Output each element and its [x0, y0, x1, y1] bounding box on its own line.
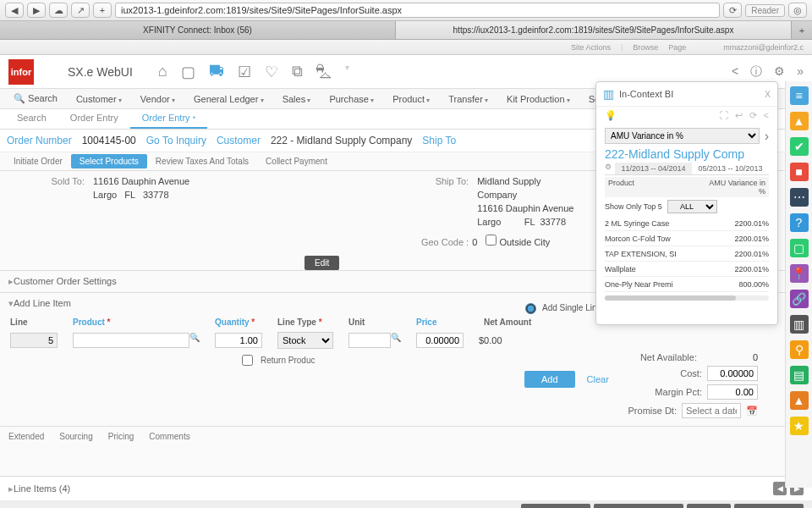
bi-all-select[interactable]: ALL	[667, 200, 717, 213]
collapse-icon[interactable]: »	[797, 64, 804, 80]
move-button[interactable]: Move ▾	[687, 504, 731, 508]
step-review-taxes[interactable]: Review Taxes And Totals	[147, 154, 257, 168]
browser-tab-0[interactable]: XFINITY Connect: Inbox (56)	[0, 21, 396, 39]
sp-page[interactable]: Page	[668, 43, 686, 52]
sp-browse[interactable]: Browse	[633, 43, 658, 52]
bi-back-icon[interactable]: ↩	[735, 110, 743, 121]
bi-period-gear-icon[interactable]: ⚙	[605, 163, 615, 174]
bi-refresh-icon[interactable]: ⟳	[749, 110, 757, 121]
heart-icon[interactable]: ♡	[265, 63, 278, 81]
product-input[interactable]	[73, 333, 189, 348]
browser-tab-1[interactable]: https://iux2013-1.gdeinfor2.com:1819/sit…	[396, 21, 792, 39]
line-items-toggle[interactable]: Line Items (4)	[8, 483, 70, 494]
chart-icon[interactable]: ⧉	[292, 63, 303, 81]
nav-purchase[interactable]: Purchase	[321, 91, 382, 108]
goto-inquiry-link[interactable]: Go To Inquiry	[146, 135, 206, 146]
rail-icon-11[interactable]: ▤	[790, 366, 809, 384]
gear-icon[interactable]: ⚙	[774, 64, 785, 80]
menu-button[interactable]: ◎	[788, 3, 807, 18]
tab-extended[interactable]: Extended	[8, 432, 44, 441]
nav-vendor[interactable]: Vendor	[132, 91, 184, 108]
unit-input[interactable]	[348, 333, 391, 348]
subtab-oe-2[interactable]: Order Entry *	[130, 108, 207, 129]
margin-input[interactable]	[707, 384, 758, 400]
rail-icon-12[interactable]: ▲	[790, 391, 809, 410]
header-caret-icon[interactable]: ▾	[345, 63, 349, 81]
nav-sales[interactable]: Sales	[274, 91, 320, 108]
rail-icon-1[interactable]: ▲	[790, 112, 809, 130]
bi-measure-select[interactable]: AMU Variance in %	[605, 128, 760, 144]
bi-close-button[interactable]: X	[765, 90, 771, 99]
qty-input[interactable]	[215, 333, 262, 348]
product-lookup-icon[interactable]: 🔍	[189, 333, 200, 348]
address-bar[interactable]: iux2013-1.gdeinfor2.com:1819/sites/Site9…	[115, 3, 720, 18]
rail-icon-8[interactable]: 🔗	[790, 290, 809, 308]
rail-icon-6[interactable]: ▢	[790, 239, 809, 257]
rail-icon-5[interactable]: ?	[790, 213, 809, 232]
price-input[interactable]	[416, 333, 464, 348]
refresh-button[interactable]: ⟳	[723, 3, 742, 18]
nav-search[interactable]: 🔍 Search	[5, 90, 66, 108]
rail-icon-0[interactable]: ≡	[790, 86, 809, 105]
rail-icon-4[interactable]: ⋯	[790, 188, 809, 207]
screen-icon[interactable]: ▢	[181, 63, 195, 81]
promise-date-input[interactable]	[682, 403, 741, 418]
add-line-button[interactable]: Add	[524, 371, 575, 388]
nav-product[interactable]: Product	[384, 91, 438, 108]
bi-company-link[interactable]: 222-Midland Supply Comp	[605, 147, 769, 161]
bi-horizontal-scrollbar[interactable]	[605, 295, 769, 301]
forklift-icon[interactable]: ⛍	[316, 63, 332, 81]
rail-icon-7[interactable]: 📍	[790, 264, 809, 283]
rail-icon-9[interactable]: ▥	[790, 315, 809, 334]
bi-bulb-icon[interactable]: 💡	[605, 110, 617, 121]
back-button[interactable]: ◀	[5, 3, 24, 18]
unit-lookup-icon[interactable]: 🔍	[391, 333, 401, 348]
step-select-products[interactable]: Select Products	[71, 154, 147, 168]
cost-input[interactable]	[707, 366, 758, 381]
bi-period-2[interactable]: 05/2013 -- 10/2013	[692, 163, 769, 174]
bi-period-1[interactable]: 11/2013 -- 04/2014	[615, 163, 692, 174]
forward-button[interactable]: ▶	[27, 3, 46, 18]
outside-city-checkbox[interactable]	[486, 235, 497, 246]
truck-icon[interactable]: ⛟	[209, 63, 224, 81]
subtab-search[interactable]: Search	[5, 108, 58, 129]
cloud-button[interactable]: ☁	[49, 3, 68, 18]
rail-icon-2[interactable]: ✔	[790, 137, 809, 156]
bi-go-button[interactable]: ›	[765, 129, 769, 144]
reader-button[interactable]: Reader	[745, 4, 785, 17]
browser-tab-add[interactable]: +	[792, 21, 812, 39]
share-button[interactable]: ↗	[71, 3, 90, 18]
return-product-checkbox[interactable]	[242, 355, 253, 366]
rail-icon-10[interactable]: ⚲	[790, 340, 809, 359]
rail-icon-13[interactable]: ★	[790, 417, 809, 435]
nav-kit[interactable]: Kit Production	[498, 91, 579, 108]
share-icon[interactable]: <	[732, 64, 738, 80]
clipboard-icon[interactable]: ☑	[238, 63, 251, 81]
lost-business-button[interactable]: Lost Business	[734, 504, 804, 508]
add-single-line-radio[interactable]	[525, 303, 536, 314]
info-icon[interactable]: ⓘ	[750, 64, 762, 80]
home-icon[interactable]: ⌂	[158, 63, 167, 81]
step-initiate[interactable]: Initiate Order	[5, 154, 71, 168]
nav-transfer[interactable]: Transfer	[440, 91, 497, 108]
shipto-link[interactable]: Ship To	[422, 135, 456, 146]
customer-link[interactable]: Customer	[217, 135, 261, 146]
bi-expand-icon[interactable]: ⛶	[719, 110, 728, 121]
net-amount-value: $0.00	[479, 335, 538, 345]
show-inactive-button[interactable]: Show Inactive	[521, 504, 590, 508]
rail-icon-3[interactable]: ■	[790, 163, 809, 181]
add-button[interactable]: +	[93, 3, 112, 18]
tab-comments[interactable]: Comments	[149, 432, 189, 441]
nav-gl[interactable]: General Ledger	[185, 91, 272, 108]
line-type-select[interactable]: Stock	[277, 332, 333, 349]
tab-sourcing[interactable]: Sourcing	[59, 432, 92, 441]
edit-button[interactable]: Edit	[304, 256, 339, 270]
bi-share-icon[interactable]: <	[764, 110, 769, 121]
subtab-oe-1[interactable]: Order Entry	[58, 108, 130, 129]
step-collect-payment[interactable]: Collect Payment	[257, 154, 336, 168]
site-actions[interactable]: Site Actions	[571, 43, 611, 52]
tab-pricing[interactable]: Pricing	[108, 432, 134, 441]
nav-customer[interactable]: Customer	[68, 91, 130, 108]
multi-line-sourcing-button[interactable]: Multi-Line Sourcing	[594, 504, 683, 508]
line-number-input[interactable]	[10, 333, 58, 348]
